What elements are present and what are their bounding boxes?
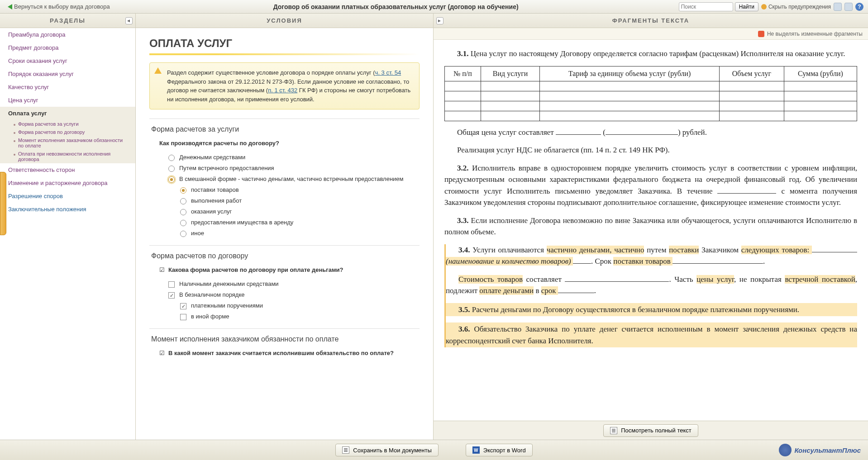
para-3-3: 3.3. Если исполнение Договора невозможно…	[444, 215, 857, 238]
sub-services[interactable]: оказания услуг	[149, 206, 420, 217]
section-form-services: Форма расчетов за услуги Как производятс…	[149, 119, 420, 245]
top-toolbar: Вернуться к выбору вида договора Договор…	[0, 0, 868, 14]
highlight-toggle[interactable]: Не выделять измененные фрагменты	[434, 28, 868, 40]
para-3-4: 3.4. Услуги оплачиваются частично деньга…	[446, 244, 857, 267]
sect-title-3: Момент исполнения заказчиком обязанности…	[149, 335, 420, 343]
para-3-1: 3.1. Цена услуг по настоящему Договору о…	[444, 48, 857, 60]
para-3-4-cost: Стоимость товаров составляет . Часть цен…	[446, 274, 857, 297]
expand-panel-icon[interactable]: ►	[436, 17, 444, 24]
save-button[interactable]: Сохранить в Мои документы	[335, 444, 438, 456]
sub-other[interactable]: иное	[149, 228, 420, 239]
brand-logo: КонсультантПлюс	[779, 444, 861, 456]
opt-mixed[interactable]: В смешанной форме - частично деньгами, ч…	[149, 174, 420, 185]
nav-final[interactable]: Заключительные положения	[0, 203, 135, 216]
sub-other-form[interactable]: в иной форме	[149, 311, 420, 322]
back-label: Вернуться к выбору вида договора	[14, 3, 110, 10]
nav-change[interactable]: Изменение и расторжение договора	[0, 176, 135, 190]
document-title: Договор об оказании платных образователь…	[116, 3, 676, 10]
opt-counter[interactable]: Путем встречного предоставления	[149, 163, 420, 174]
law-link-2[interactable]: п. 1 ст. 432	[268, 87, 297, 94]
logo-icon	[779, 444, 792, 456]
nav-liability[interactable]: Ответственность сторон	[0, 163, 135, 176]
nav-preamble[interactable]: Преамбула договора	[0, 28, 135, 41]
law-link-1[interactable]: ч. 3 ст. 54	[375, 69, 401, 76]
side-tab[interactable]	[0, 172, 6, 235]
save-icon	[342, 446, 349, 454]
document-text: 3.1. Цена услуг по настоящему Договору о…	[434, 40, 868, 421]
sub-lease[interactable]: предоставления имущества в аренду	[149, 217, 420, 228]
nav-quality[interactable]: Качество услуг	[0, 81, 135, 94]
footer: Сохранить в Мои документы W Экспорт в Wo…	[0, 440, 868, 460]
help-icon[interactable]: ?	[855, 3, 863, 11]
nav-subject[interactable]: Предмет договора	[0, 41, 135, 54]
arrow-left-icon	[8, 4, 12, 9]
nav-terms[interactable]: Сроки оказания услуг	[0, 54, 135, 67]
nav-order[interactable]: Порядок оказания услуг	[0, 67, 135, 81]
change-icon	[758, 31, 764, 37]
font-larger-icon[interactable]	[844, 3, 853, 11]
section-form-contract: Форма расчетов по договору Какова форма …	[149, 245, 420, 328]
collapse-sidebar-icon[interactable]: ◄	[125, 17, 133, 24]
view-full-button[interactable]: Посмотреть полный текст	[603, 424, 698, 437]
question-2[interactable]: Какова форма расчетов по договору при оп…	[149, 266, 420, 273]
view-full-bar: Посмотреть полный текст	[434, 421, 868, 440]
question-1: Как производятся расчеты по договору?	[149, 140, 420, 147]
warning-icon	[761, 4, 767, 9]
para-3-2: 3.2. Исполнитель вправе в одностороннем …	[444, 162, 857, 209]
hide-warnings-button[interactable]: Скрыть предупреждения	[761, 4, 831, 10]
question-3[interactable]: В какой момент заказчик считается исполн…	[149, 350, 420, 356]
fragments-header: ► ФРАГМЕНТЫ ТЕКСТА	[434, 14, 868, 28]
fragments-panel: ► ФРАГМЕНТЫ ТЕКСТА Не выделять измененны…	[434, 14, 868, 440]
nav-sub-form-contract[interactable]: Форма расчетов по договору	[0, 128, 135, 136]
document-icon	[610, 427, 617, 434]
nav-sub-impossibility[interactable]: Оплата при невозможности исполнения дого…	[0, 150, 135, 163]
conditions-header: УСЛОВИЯ	[136, 14, 433, 28]
sub-works[interactable]: выполнения работ	[149, 195, 420, 206]
section-heading: ОПЛАТА УСЛУГ	[149, 37, 420, 50]
main-area: РАЗДЕЛЫ ◄ Преамбула договора Предмет дог…	[0, 14, 868, 440]
nav-list: Преамбула договора Предмет договора Срок…	[0, 28, 135, 440]
conditions-panel: УСЛОВИЯ ОПЛАТА УСЛУГ Раздел содержит сущ…	[136, 14, 434, 440]
para-3-6: 3.6. Обязательство Заказчика по уплате д…	[446, 322, 857, 347]
opt-noncash[interactable]: В безналичном порядке	[149, 289, 420, 300]
opt-cash[interactable]: Наличными денежными средствами	[149, 279, 420, 289]
conditions-content: ОПЛАТА УСЛУГ Раздел содержит существенно…	[136, 28, 433, 440]
sidebar-header: РАЗДЕЛЫ ◄	[0, 14, 135, 28]
section-moment: Момент исполнения заказчиком обязанности…	[149, 328, 420, 368]
word-icon: W	[472, 446, 480, 454]
nav-sub-moment[interactable]: Момент исполнения заказчиком обязанности…	[0, 136, 135, 150]
find-button[interactable]: Найти	[735, 2, 758, 11]
sub-payment-order[interactable]: платежными поручениями	[149, 300, 420, 311]
search-input[interactable]	[679, 2, 733, 11]
sect-title: Форма расчетов за услуги	[149, 125, 420, 133]
sidebar: РАЗДЕЛЫ ◄ Преамбула договора Предмет дог…	[0, 14, 136, 440]
search-box: Найти	[679, 2, 758, 11]
font-smaller-icon[interactable]	[834, 3, 842, 11]
export-word-button[interactable]: W Экспорт в Word	[466, 444, 533, 456]
warning-triangle-icon	[154, 67, 162, 74]
vat-line: Реализация услуг НДС не облагается (пп. …	[444, 144, 857, 156]
sect-title-2: Форма расчетов по договору	[149, 252, 420, 260]
opt-money[interactable]: Денежными средствами	[149, 152, 420, 163]
nav-payment[interactable]: Оплата услуг	[0, 107, 135, 120]
nav-disputes[interactable]: Разрешение споров	[0, 190, 135, 203]
price-table: № п/пВид услугиТариф за единицу объема у…	[444, 66, 857, 121]
warning-box: Раздел содержит существенное условие дог…	[149, 62, 420, 109]
nav-sub-form-services[interactable]: Форма расчетов за услуги	[0, 120, 135, 128]
total-line: Общая цена услуг составляет () рублей.	[444, 127, 857, 138]
sub-goods[interactable]: поставки товаров	[149, 185, 420, 195]
nav-price[interactable]: Цена услуг	[0, 94, 135, 107]
heading-underline	[149, 53, 420, 55]
back-button[interactable]: Вернуться к выбору вида договора	[5, 2, 113, 11]
para-3-5: 3.5. Расчеты деньгами по Договору осущес…	[446, 303, 857, 317]
